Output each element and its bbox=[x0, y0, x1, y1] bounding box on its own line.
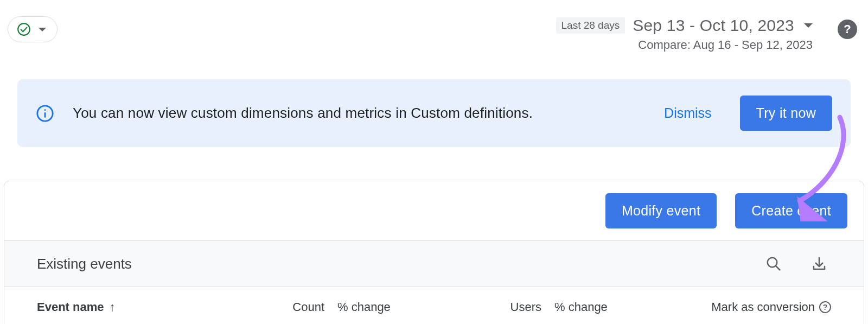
help-tooltip-icon[interactable]: ? bbox=[819, 301, 831, 313]
card-actions: Modify event Create event bbox=[4, 181, 864, 240]
col-users[interactable]: Users bbox=[498, 300, 541, 314]
date-range-picker[interactable]: Last 28 days Sep 13 - Oct 10, 2023 Compa… bbox=[556, 16, 813, 52]
modify-event-button[interactable]: Modify event bbox=[605, 193, 717, 228]
try-it-now-button[interactable]: Try it now bbox=[740, 96, 832, 131]
existing-events-header: Existing events bbox=[4, 240, 864, 287]
info-icon bbox=[36, 104, 54, 123]
date-range-text: Sep 13 - Oct 10, 2023 bbox=[633, 16, 794, 35]
col-event-name-label: Event name bbox=[37, 300, 104, 314]
info-banner: You can now view custom dimensions and m… bbox=[17, 79, 851, 147]
svg-rect-2 bbox=[44, 112, 46, 117]
col-count[interactable]: Count bbox=[276, 300, 324, 314]
col-event-name[interactable]: Event name ↑ bbox=[37, 300, 276, 314]
sort-asc-icon: ↑ bbox=[110, 300, 116, 314]
existing-events-title: Existing events bbox=[37, 256, 740, 272]
chevron-down-icon bbox=[39, 28, 46, 31]
date-badge: Last 28 days bbox=[556, 17, 626, 34]
chevron-down-icon bbox=[804, 23, 813, 28]
help-icon[interactable]: ? bbox=[838, 20, 857, 39]
col-pct-change-1[interactable]: % change bbox=[324, 300, 406, 314]
col-mark-as-conversion: Mark as conversion ? bbox=[711, 300, 831, 314]
top-bar: Last 28 days Sep 13 - Oct 10, 2023 Compa… bbox=[0, 0, 868, 52]
check-circle-icon bbox=[17, 22, 31, 36]
status-dropdown[interactable] bbox=[8, 16, 58, 42]
svg-point-0 bbox=[18, 23, 30, 35]
col-pct-change-2[interactable]: % change bbox=[541, 300, 623, 314]
create-event-button[interactable]: Create event bbox=[735, 193, 847, 228]
compare-range-text: Compare: Aug 16 - Sep 12, 2023 bbox=[638, 38, 813, 52]
dismiss-button[interactable]: Dismiss bbox=[654, 101, 722, 125]
download-icon[interactable] bbox=[807, 252, 831, 276]
banner-message: You can now view custom dimensions and m… bbox=[73, 105, 636, 122]
svg-rect-3 bbox=[44, 109, 46, 111]
table-header-row: Event name ↑ Count % change Users % chan… bbox=[4, 287, 864, 324]
col-mark-label: Mark as conversion bbox=[711, 300, 815, 314]
events-card: Modify event Create event Existing event… bbox=[4, 181, 864, 324]
search-icon[interactable] bbox=[762, 252, 786, 276]
svg-line-5 bbox=[776, 266, 780, 270]
